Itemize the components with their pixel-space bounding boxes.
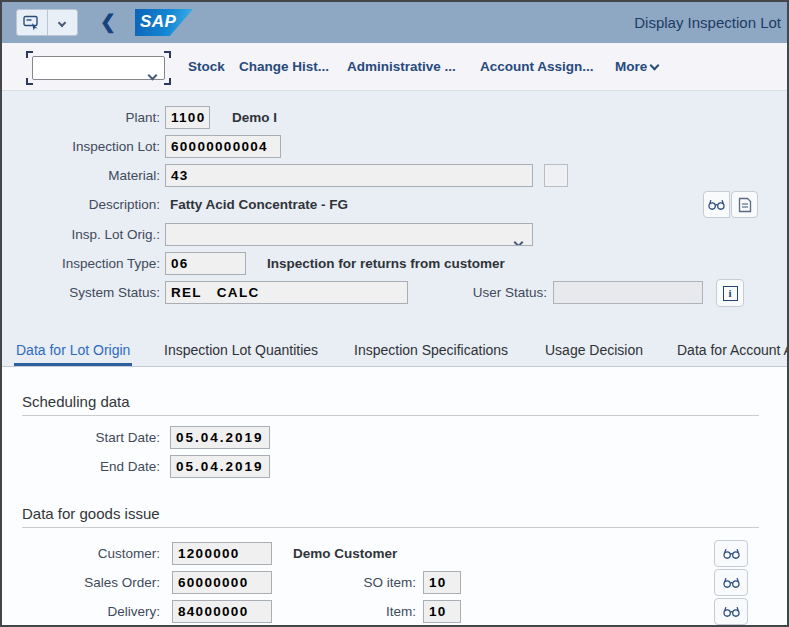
user-status-field[interactable] [553, 281, 703, 304]
menu-item-stock[interactable]: Stock [188, 43, 225, 90]
item-label: Item: [302, 600, 416, 623]
tab-strip: Data for Lot Origin Inspection Lot Quant… [2, 335, 787, 367]
user-status-label: User Status: [432, 281, 547, 304]
customer-label: Customer: [2, 542, 160, 565]
scheduling-data-heading: Scheduling data [22, 393, 759, 416]
chevron-down-icon[interactable] [47, 10, 78, 35]
note-button[interactable] [731, 191, 758, 218]
gui-options-split-button[interactable] [16, 9, 78, 36]
page-title: Display Inspection Lot [634, 2, 781, 43]
lot-origin-tab-content: Scheduling data Start Date: 05.04.2019 E… [2, 368, 787, 625]
menu-toolbar: Stock Change Hist... Administrative ... … [2, 43, 787, 91]
sales-order-label: Sales Order: [2, 571, 160, 594]
start-date-label: Start Date: [2, 426, 160, 449]
inspection-lot-field[interactable]: 60000000004 [165, 135, 281, 158]
menu-item-change-hist[interactable]: Change Hist... [239, 43, 329, 90]
tab-inspection-specifications[interactable]: Inspection Specifications [352, 335, 510, 366]
end-date-field[interactable]: 05.04.2019 [170, 455, 270, 478]
menu-item-more[interactable]: More [615, 43, 658, 90]
start-date-field[interactable]: 05.04.2019 [170, 426, 270, 449]
display-glasses-icon [722, 547, 741, 560]
sales-order-field[interactable]: 60000000 [172, 571, 272, 594]
note-icon [738, 197, 752, 213]
insp-lot-orig-dropdown[interactable]: 06 Return from Customers [165, 223, 533, 246]
info-icon: i [723, 286, 738, 301]
tab-data-for-lot-origin[interactable]: Data for Lot Origin [14, 335, 132, 366]
tab-data-for-account-assignment[interactable]: Data for Account A [675, 335, 789, 366]
insp-lot-orig-label: Insp. Lot Orig.: [2, 223, 160, 246]
chevron-down-icon [149, 65, 156, 83]
customer-description: Demo Customer [293, 542, 397, 565]
delivery-field[interactable]: 84000000 [172, 600, 272, 623]
item-field[interactable]: 10 [423, 600, 461, 623]
menu-item-administrative[interactable]: Administrative ... [347, 43, 456, 90]
tab-inspection-lot-quantities[interactable]: Inspection Lot Quantities [162, 335, 320, 366]
description-label: Description: [2, 193, 160, 216]
command-combobox[interactable] [32, 56, 165, 80]
so-item-label: SO item: [302, 571, 416, 594]
display-glasses-icon [722, 605, 741, 618]
goods-issue-heading: Data for goods issue [22, 505, 759, 528]
display-glasses-icon [707, 198, 726, 211]
customer-field[interactable]: 1200000 [172, 542, 272, 565]
chevron-down-icon [515, 231, 522, 246]
tab-usage-decision[interactable]: Usage Decision [543, 335, 645, 366]
end-date-label: End Date: [2, 455, 160, 478]
info-button[interactable]: i [716, 279, 744, 307]
app-header: ❮ SAP Display Inspection Lot [2, 2, 787, 43]
display-glasses-button[interactable] [703, 191, 730, 218]
description-value: Fatty Acid Concentrate - FG [170, 193, 348, 216]
sales-order-display-button[interactable] [714, 569, 748, 596]
system-status-field[interactable]: REL CALC [165, 281, 408, 304]
sap-display-inspection-lot-window: { "header": { "brand": "SAP", "title": "… [0, 0, 789, 627]
inspection-type-description: Inspection for returns from customer [267, 252, 505, 275]
inspection-lot-label: Inspection Lot: [2, 135, 160, 158]
delivery-label: Delivery: [2, 600, 160, 623]
more-chevron-icon [650, 61, 660, 71]
sap-logo: SAP [135, 9, 193, 36]
so-item-field[interactable]: 10 [423, 571, 461, 594]
menu-item-account-assign[interactable]: Account Assign... [480, 43, 594, 90]
plant-label: Plant: [2, 106, 160, 129]
plant-description: Demo I [232, 106, 277, 129]
material-label: Material: [2, 164, 160, 187]
plant-field[interactable]: 1100 [165, 106, 210, 129]
inspection-type-field[interactable]: 06 [165, 252, 246, 275]
material-field[interactable]: 43 [165, 164, 533, 187]
delivery-display-button[interactable] [714, 598, 748, 625]
inspection-lot-form: Plant: 1100 Demo I Inspection Lot: 60000… [2, 91, 787, 335]
interaction-icon[interactable] [17, 10, 47, 35]
material-extra-field[interactable] [544, 164, 568, 187]
inspection-type-label: Inspection Type: [2, 252, 160, 275]
system-status-label: System Status: [2, 281, 160, 304]
customer-display-button[interactable] [714, 540, 748, 567]
back-icon[interactable]: ❮ [100, 10, 116, 33]
display-glasses-icon [722, 576, 741, 589]
